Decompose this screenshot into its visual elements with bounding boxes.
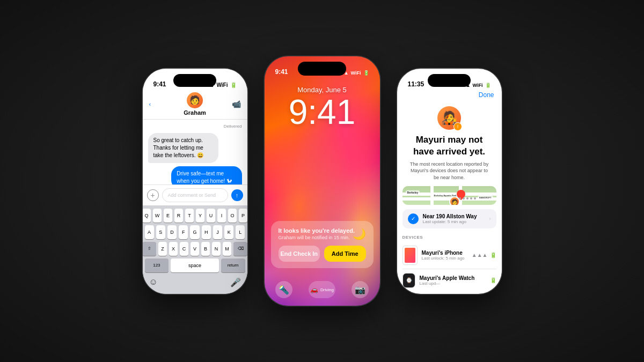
- bubble-incoming-1: So great to catch up. Thanks for letting…: [148, 133, 218, 163]
- dynamic-island-2: [298, 62, 346, 76]
- safety-map: Berkeley Berkeley Aquatic Park BANCROFT …: [402, 186, 496, 204]
- watch-device-status: 🔋: [490, 277, 496, 283]
- wifi-icon-3: WiFi: [473, 83, 483, 88]
- battery-icon-1: 🔋: [230, 82, 237, 88]
- safety-avatar: 🧑‍🎤 !: [437, 106, 461, 130]
- safety-subtitle: The most recent location reported by May…: [397, 161, 502, 187]
- notification-buttons: End Check In Add Time: [279, 246, 366, 262]
- key-p[interactable]: P: [239, 209, 247, 223]
- device-row-watch: ⌚ Mayuri's Apple Watch Last upd— 🔋: [402, 269, 496, 292]
- message-input[interactable]: Add comment or Send: [162, 188, 228, 202]
- dynamic-island-1: [173, 74, 216, 87]
- iphone-device-status: ▲▲▲ 🔋: [472, 252, 496, 258]
- keyboard-bottom: ☺ 🎤: [145, 275, 245, 291]
- key-return[interactable]: return: [221, 258, 245, 272]
- key-a[interactable]: A: [145, 225, 154, 239]
- key-o[interactable]: O: [228, 209, 237, 223]
- video-button[interactable]: 📹: [232, 100, 241, 108]
- camera-icon[interactable]: 📷: [352, 281, 369, 298]
- key-z[interactable]: Z: [158, 242, 167, 256]
- done-button[interactable]: Done: [479, 91, 494, 99]
- key-j[interactable]: J: [213, 225, 222, 239]
- safety-avatar-area: 🧑‍🎤 !: [397, 104, 502, 134]
- phone-messages: 9:41 ▲▲▲ WiFi 🔋 ‹ 📹 🧑 Graham: [143, 69, 247, 294]
- emoji-button[interactable]: ☺: [149, 277, 158, 287]
- trail-dot-5: [474, 197, 476, 200]
- key-numbers[interactable]: 123: [145, 258, 169, 272]
- driving-icon[interactable]: 🚗 Driving: [309, 281, 335, 298]
- keyboard-row-4: 123 space return: [145, 258, 245, 272]
- key-space[interactable]: space: [171, 258, 219, 272]
- map-label-berkeley: Berkeley: [406, 190, 420, 195]
- iphone-device-icon: [402, 246, 418, 265]
- key-u[interactable]: U: [207, 209, 215, 223]
- scene: 9:41 ▲▲▲ WiFi 🔋 ‹ 📹 🧑 Graham: [0, 0, 644, 362]
- trail-dot-1: [459, 197, 461, 200]
- battery-icon-3: 🔋: [485, 83, 491, 88]
- map-label-bancroft: BANCROFT: [478, 196, 493, 200]
- microphone-button[interactable]: 🎤: [230, 277, 241, 287]
- key-d[interactable]: D: [167, 225, 177, 239]
- add-attachment-button[interactable]: +: [147, 189, 159, 201]
- key-e[interactable]: E: [164, 209, 172, 223]
- iphone-device-text: Mayuri's iPhone Last unlock: 5 min ago: [422, 250, 465, 261]
- key-m[interactable]: M: [223, 242, 231, 256]
- key-q[interactable]: Q: [143, 209, 151, 223]
- end-checkin-button[interactable]: End Check In: [279, 246, 320, 262]
- watch-device-text: Mayuri's Apple Watch Last upd—: [420, 275, 475, 286]
- lockscreen-time: 9:41: [265, 95, 380, 129]
- add-time-button[interactable]: Add Time: [324, 246, 366, 262]
- status-time-3: 11:35: [408, 80, 425, 88]
- key-v[interactable]: V: [191, 242, 199, 256]
- messages-screen: 9:41 ▲▲▲ WiFi 🔋 ‹ 📹 🧑 Graham: [143, 69, 247, 294]
- watch-device-icon: ⌚: [402, 273, 415, 288]
- notification-icon: 🌙: [353, 227, 366, 240]
- lockscreen-screen: 9:41 ▲▲▲ WiFi 🔋 Monday, June 5 9:41 🌙 It…: [265, 56, 380, 306]
- watch-device-sub: Last upd—: [420, 281, 475, 286]
- key-s[interactable]: S: [156, 225, 165, 239]
- contact-avatar: 🧑: [187, 92, 203, 108]
- key-delete[interactable]: ⌫: [233, 242, 247, 256]
- key-shift[interactable]: ⇧: [143, 242, 157, 256]
- delivered-label: Delivered: [148, 124, 242, 129]
- messages-body: Delivered So great to catch up. Thanks f…: [143, 120, 247, 184]
- messages-input-area: + Add comment or Send ↑: [143, 184, 247, 205]
- lockscreen-time-area: Monday, June 5 9:41: [265, 86, 380, 129]
- back-button[interactable]: ‹: [149, 101, 151, 107]
- keyboard-row-3: ⇧ Z X C V B N M ⌫: [145, 242, 245, 256]
- battery-icon-2: 🔋: [363, 70, 369, 76]
- key-g[interactable]: G: [190, 225, 199, 239]
- location-update-time: Last update: 5 min ago: [423, 219, 477, 224]
- key-n[interactable]: N: [212, 242, 221, 256]
- keyboard[interactable]: Q W E R T Y U I O P A S D F G H: [143, 205, 247, 294]
- flashlight-icon[interactable]: 🔦: [275, 281, 292, 298]
- iphone-device-sub: Last unlock: 5 min ago: [422, 256, 465, 261]
- device-info-watch: ⌚ Mayuri's Apple Watch Last upd—: [402, 273, 475, 288]
- key-r[interactable]: R: [174, 209, 183, 223]
- key-b[interactable]: B: [201, 242, 210, 256]
- watch-battery-icon: 🔋: [490, 277, 496, 283]
- key-c[interactable]: C: [180, 242, 188, 256]
- phone-lockscreen: 9:41 ▲▲▲ WiFi 🔋 Monday, June 5 9:41 🌙 It…: [265, 56, 380, 306]
- iphone-signal-icon: ▲▲▲: [472, 252, 488, 258]
- key-t[interactable]: T: [185, 209, 194, 223]
- key-w[interactable]: W: [153, 209, 162, 223]
- iphone-battery-icon: 🔋: [490, 252, 496, 258]
- keyboard-row-2: A S D F G H J K L: [145, 225, 245, 239]
- key-k[interactable]: K: [224, 225, 233, 239]
- key-x[interactable]: X: [169, 242, 178, 256]
- keyboard-row-1: Q W E R T Y U I O P: [145, 209, 245, 223]
- key-f[interactable]: F: [179, 225, 188, 239]
- location-text: Near 190 Allston Way Last update: 5 min …: [423, 213, 477, 224]
- iphone-device-name: Mayuri's iPhone: [422, 250, 465, 256]
- dynamic-island-3: [428, 74, 471, 87]
- chevron-right-icon: ›: [489, 216, 491, 221]
- key-i[interactable]: I: [217, 209, 226, 223]
- devices-section: DEVICES Mayuri's iPhone Last unlock: 5 m…: [397, 231, 502, 294]
- key-h[interactable]: H: [202, 225, 211, 239]
- location-info: ✓ Near 190 Allston Way Last update: 5 mi…: [408, 213, 477, 224]
- key-y[interactable]: Y: [196, 209, 204, 223]
- location-name: Near 190 Allston Way: [423, 213, 477, 219]
- send-button[interactable]: ↑: [231, 189, 243, 201]
- key-l[interactable]: L: [236, 225, 245, 239]
